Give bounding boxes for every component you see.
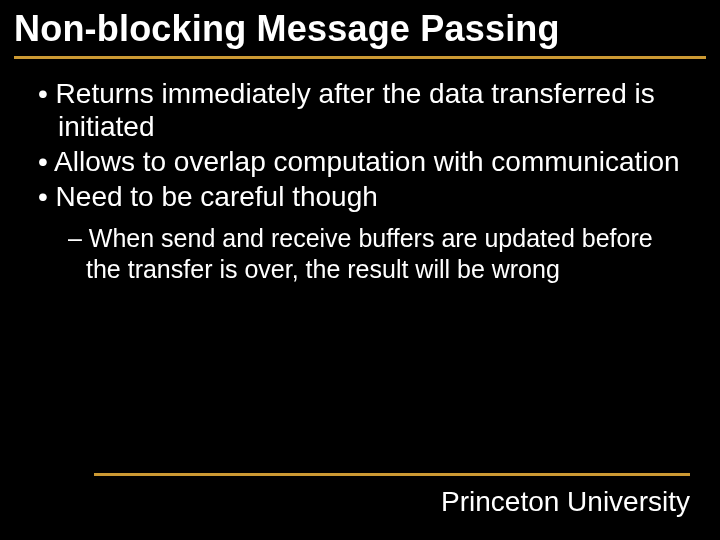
bullet-list: Returns immediately after the data trans… bbox=[30, 77, 690, 213]
sub-bullet-list: When send and receive buffers are update… bbox=[30, 223, 690, 284]
slide-body: Returns immediately after the data trans… bbox=[0, 59, 720, 284]
bullet-item: Returns immediately after the data trans… bbox=[30, 77, 690, 143]
sub-bullet-item: When send and receive buffers are update… bbox=[58, 223, 690, 284]
bullet-item: Need to be careful though bbox=[30, 180, 690, 213]
footer-text: Princeton University bbox=[441, 486, 690, 518]
footer-rule bbox=[94, 473, 690, 476]
slide: Non-blocking Message Passing Returns imm… bbox=[0, 0, 720, 540]
bullet-item: Allows to overlap computation with commu… bbox=[30, 145, 690, 178]
slide-title: Non-blocking Message Passing bbox=[0, 0, 720, 52]
